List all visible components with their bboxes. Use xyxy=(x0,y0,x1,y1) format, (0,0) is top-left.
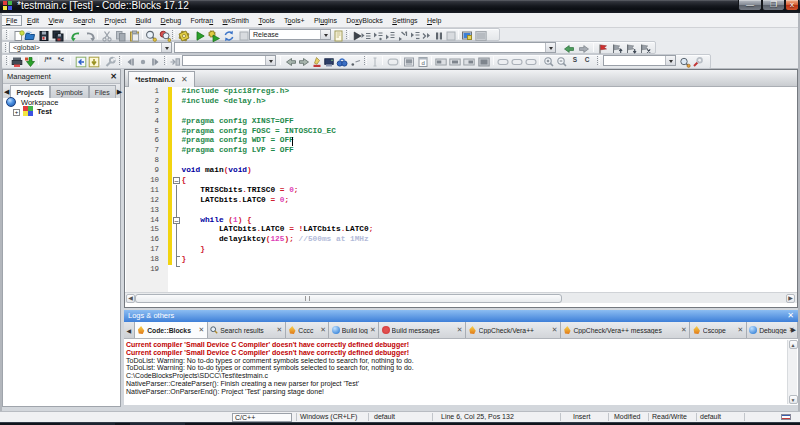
svg-text:d: d xyxy=(422,60,425,66)
